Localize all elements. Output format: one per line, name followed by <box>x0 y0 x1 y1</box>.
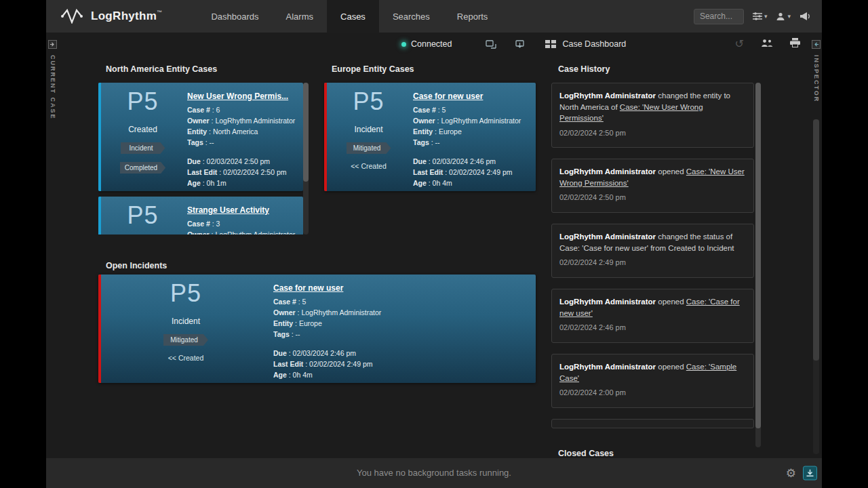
case-fields: Case # : 5 Owner : LogRhythm Administrat… <box>413 104 529 148</box>
field-age: Age : 0h 4m <box>273 369 529 380</box>
field-value: : -- <box>205 138 214 146</box>
tab-reports[interactable]: Reports <box>443 0 502 33</box>
status-bar-actions: ⚙ <box>786 466 817 481</box>
dashboard-content: North America Entity Cases Europe Entity… <box>59 56 810 458</box>
field-last-edit: Last Edit : 02/02/2024 2:50 pm <box>187 167 296 178</box>
history-text: LogRhythm Administrator changed the enti… <box>559 90 746 124</box>
scrollbar-thumb[interactable] <box>303 83 309 182</box>
megaphone-icon <box>800 12 811 21</box>
settings-menu[interactable]: ▾ <box>753 12 768 20</box>
save-layout-button[interactable] <box>515 40 526 49</box>
dashboard-selector[interactable]: Case Dashboard <box>545 39 626 49</box>
field-tags: Tags : -- <box>187 137 296 148</box>
user-menu[interactable]: ▾ <box>776 12 791 21</box>
print-button[interactable] <box>790 38 800 50</box>
notifications-button[interactable] <box>800 12 811 21</box>
gear-icon[interactable]: ⚙ <box>786 468 796 479</box>
main-scrollbar[interactable] <box>813 119 819 454</box>
connection-status: Connected <box>401 39 452 49</box>
field-value: : 0h 4m <box>289 371 313 379</box>
case-card[interactable]: P5 Incident Mitigated << Created Case fo… <box>98 274 536 383</box>
background-tasks-download-button[interactable] <box>803 466 817 481</box>
case-dates: Due : 02/03/2024 2:46 pm Last Edit : 02/… <box>413 156 529 188</box>
case-card[interactable]: P5 Created Incident Completed New User W… <box>98 83 303 191</box>
field-label: Case # <box>187 220 210 228</box>
dashboard-selector-label: Case Dashboard <box>562 39 626 49</box>
status-change-incident-button[interactable]: Incident <box>121 142 165 154</box>
status-change-completed-button[interactable]: Completed <box>120 162 165 174</box>
case-status: Created <box>128 125 157 134</box>
priority-label: P5 <box>127 87 158 116</box>
scrollbar-thumb[interactable] <box>755 83 761 428</box>
case-dates: Due : 02/03/2024 2:46 pm Last Edit : 02/… <box>273 348 529 380</box>
current-case-tab-label[interactable]: CURRENT CASE <box>50 55 56 120</box>
field-last-edit: Last Edit : 02/02/2024 2:49 pm <box>413 167 529 178</box>
case-card-left: P5 Incident Mitigated << Created <box>101 274 271 383</box>
history-timestamp: 02/02/2024 2:49 pm <box>559 258 746 266</box>
scrollbar-thumb[interactable] <box>813 119 819 361</box>
tab-dashboards[interactable]: Dashboards <box>197 0 272 33</box>
history-actor: LogRhythm Administrator <box>559 298 656 306</box>
field-label: Due <box>413 157 427 165</box>
arrow-left-icon <box>814 42 818 47</box>
expand-current-case-button[interactable] <box>48 40 57 49</box>
history-timestamp: 02/02/2024 2:46 pm <box>559 323 746 331</box>
field-case-number: Case # : 5 <box>273 296 529 307</box>
field-label: Tags <box>413 138 429 146</box>
case-card-details: New User Wrong Permis... Case # : 6 Owne… <box>184 83 303 191</box>
history-actor: LogRhythm Administrator <box>559 363 656 371</box>
status-back-created-link[interactable]: << Created <box>351 162 387 170</box>
field-value: : LogRhythm Administrator <box>212 230 296 235</box>
tab-alarms[interactable]: Alarms <box>273 0 327 33</box>
history-entry-partial[interactable] <box>551 419 754 428</box>
field-value: : LogRhythm Administrator <box>437 117 521 125</box>
section-header-north-america: North America Entity Cases <box>106 64 217 74</box>
field-label: Entity <box>187 127 207 136</box>
primary-nav: Dashboards Alarms Cases Searches Reports <box>197 0 501 33</box>
logrhythm-logo-icon <box>61 9 84 24</box>
field-entity: Entity : Europe <box>273 318 529 329</box>
window-popout-button[interactable] <box>486 40 496 49</box>
na-cases-scrollbar[interactable] <box>303 83 309 235</box>
case-title-link[interactable]: Case for new user <box>273 283 529 293</box>
status-back-created-link[interactable]: << Created <box>168 354 204 362</box>
case-toolbar: Connected <box>59 33 810 56</box>
status-change-mitigated-button[interactable]: Mitigated <box>163 334 208 346</box>
case-card-left: P5 <box>101 197 184 235</box>
field-value: : -- <box>431 138 440 146</box>
history-entry[interactable]: LogRhythm Administrator opened Case: 'Ca… <box>551 289 754 343</box>
tab-searches[interactable]: Searches <box>379 0 443 33</box>
field-value: : 0h 1m <box>203 179 226 187</box>
case-title-link[interactable]: New User Wrong Permis... <box>187 92 296 101</box>
undo-icon[interactable]: ↺ <box>735 39 744 49</box>
field-label: Due <box>273 349 287 357</box>
history-entry[interactable]: LogRhythm Administrator opened Case: 'Ne… <box>551 159 754 213</box>
field-value: : 02/03/2024 2:46 pm <box>429 157 496 165</box>
case-card[interactable]: P5 Strange User Activity Case # : 3 Owne… <box>98 197 303 235</box>
brand: LogRhythm™ <box>46 0 197 33</box>
case-title-link[interactable]: Strange User Activity <box>187 205 296 215</box>
tab-cases[interactable]: Cases <box>327 0 379 33</box>
history-entry[interactable]: LogRhythm Administrator opened Case: 'Sa… <box>551 354 754 408</box>
collaborators-button[interactable] <box>761 38 773 50</box>
case-title-link[interactable]: Case for new user <box>413 92 529 101</box>
search-input[interactable] <box>694 9 744 24</box>
field-label: Case # <box>187 106 210 114</box>
chevron-down-icon: ▾ <box>787 13 791 20</box>
history-entry[interactable]: LogRhythm Administrator changed the stat… <box>551 224 754 278</box>
case-history-scrollbar[interactable] <box>755 83 761 447</box>
history-text: LogRhythm Administrator changed the stat… <box>559 231 746 253</box>
section-header-case-history: Case History <box>558 64 610 74</box>
case-fields: Case # : 3 Owner : LogRhythm Administrat… <box>187 218 296 235</box>
priority-label: P5 <box>127 201 158 230</box>
case-card[interactable]: P5 Incident Mitigated << Created Case fo… <box>324 83 536 191</box>
history-actor: LogRhythm Administrator <box>559 167 656 176</box>
inspector-tab-label[interactable]: INSPECTOR <box>813 55 820 102</box>
collapse-inspector-button[interactable] <box>812 40 821 49</box>
inspector-panel-strip: INSPECTOR <box>810 33 822 458</box>
app-window: LogRhythm™ Dashboards Alarms Cases Searc… <box>46 0 822 488</box>
status-change-mitigated-button[interactable]: Mitigated <box>347 142 391 154</box>
connected-label: Connected <box>411 39 452 49</box>
case-card-left: P5 Created Incident Completed <box>101 83 184 191</box>
history-entry[interactable]: LogRhythm Administrator changed the enti… <box>551 83 754 148</box>
